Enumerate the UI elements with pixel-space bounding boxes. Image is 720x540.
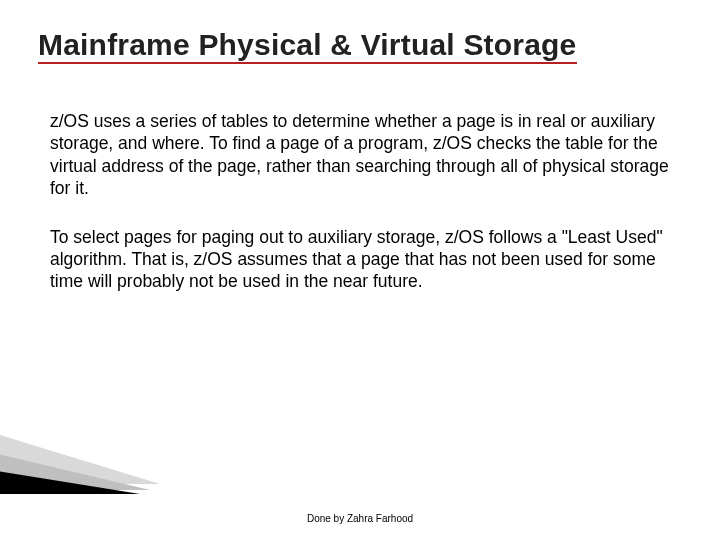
svg-marker-1	[0, 452, 150, 490]
footer-credit: Done by Zahra Farhood	[0, 513, 720, 524]
slide-title-text: Mainframe Physical & Virtual Storage	[38, 28, 577, 64]
slide-body: z/OS uses a series of tables to determin…	[50, 110, 690, 319]
svg-marker-2	[0, 470, 140, 494]
paragraph-2: To select pages for paging out to auxili…	[50, 226, 690, 293]
corner-decoration	[0, 392, 190, 502]
slide-title: Mainframe Physical & Virtual Storage	[38, 28, 577, 62]
paragraph-1: z/OS uses a series of tables to determin…	[50, 110, 690, 200]
svg-marker-0	[0, 432, 160, 484]
slide: Mainframe Physical & Virtual Storage z/O…	[0, 0, 720, 540]
